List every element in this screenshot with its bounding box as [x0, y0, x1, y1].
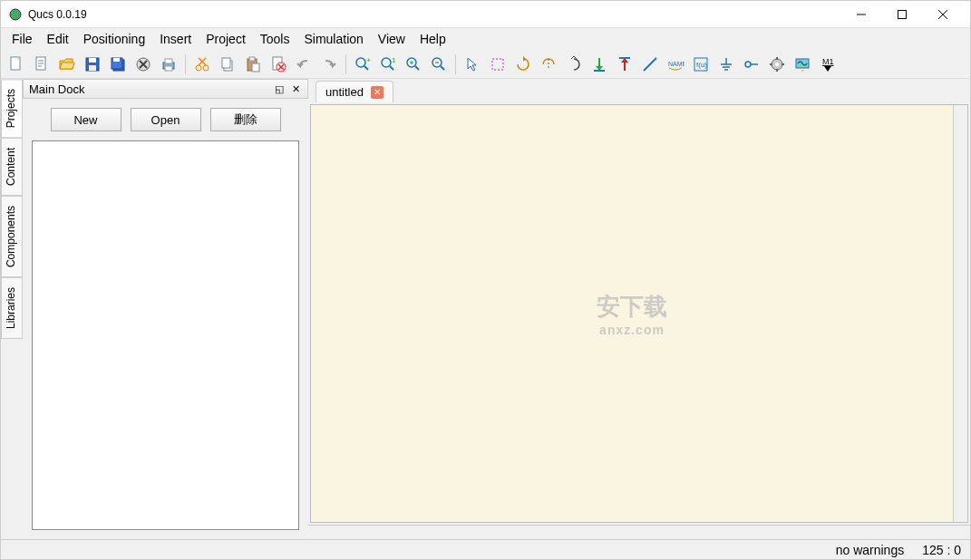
watermark: 安下载 anxz.com: [597, 291, 667, 337]
tab-close-icon[interactable]: ✕: [371, 86, 384, 99]
print-icon[interactable]: [157, 53, 180, 76]
svg-text:1: 1: [392, 56, 396, 64]
svg-text:+: +: [366, 56, 371, 64]
svg-line-54: [644, 58, 656, 71]
window-title: Qucs 0.0.19: [28, 8, 840, 21]
dock-close-icon[interactable]: ✕: [289, 82, 302, 95]
svg-point-35: [356, 58, 365, 67]
app-icon: [8, 7, 23, 22]
side-tab-strip: Projects Content Components Libraries: [1, 79, 23, 539]
menu-bar: File Edit Positioning Insert Project Too…: [1, 28, 970, 50]
vertical-scrollbar[interactable]: [953, 105, 967, 522]
delete-icon[interactable]: [131, 53, 155, 76]
cancel-file-icon[interactable]: [267, 53, 290, 76]
svg-point-65: [775, 63, 779, 66]
svg-rect-29: [249, 57, 255, 61]
settings-icon[interactable]: [765, 53, 789, 76]
schematic-canvas[interactable]: 安下载 anxz.com: [311, 105, 953, 522]
maximize-button[interactable]: [881, 2, 922, 27]
svg-point-62: [745, 62, 751, 67]
close-button[interactable]: [922, 2, 963, 27]
svg-rect-21: [165, 66, 172, 71]
svg-rect-30: [252, 63, 259, 72]
port-icon[interactable]: [740, 53, 763, 76]
new-project-button[interactable]: New: [51, 108, 121, 131]
svg-point-23: [203, 65, 209, 71]
save-icon[interactable]: [81, 53, 104, 76]
svg-rect-48: [492, 59, 503, 70]
rotate-icon[interactable]: [511, 53, 535, 76]
flip-v-icon[interactable]: [562, 53, 586, 76]
menu-positioning[interactable]: Positioning: [76, 30, 153, 48]
ground-icon[interactable]: [714, 53, 738, 76]
side-tab-content[interactable]: Content: [1, 138, 23, 196]
svg-line-46: [441, 66, 444, 70]
menu-insert[interactable]: Insert: [152, 30, 199, 48]
zoom-plus-icon[interactable]: [402, 53, 425, 76]
svg-text:f(u): f(u): [696, 61, 707, 69]
new-text-icon[interactable]: [30, 53, 53, 76]
pointer-icon[interactable]: [461, 53, 484, 76]
svg-rect-11: [89, 58, 96, 63]
select-rect-icon[interactable]: [486, 53, 510, 76]
copy-icon[interactable]: [216, 53, 239, 76]
move-up-icon[interactable]: [613, 53, 636, 76]
paste-icon[interactable]: [241, 53, 265, 76]
svg-text:M1: M1: [822, 57, 834, 66]
redo-icon[interactable]: [317, 53, 341, 76]
svg-rect-15: [113, 58, 120, 62]
toolbar: + 1 NAME f(u) M1: [1, 50, 970, 79]
side-tab-components[interactable]: Components: [1, 196, 23, 277]
svg-text:NAME: NAME: [668, 61, 685, 67]
svg-point-38: [382, 58, 391, 67]
name-label-icon[interactable]: NAME: [664, 53, 687, 76]
dock-header: Main Dock ◱ ✕: [23, 79, 308, 99]
menu-help[interactable]: Help: [413, 30, 453, 48]
svg-point-22: [196, 65, 201, 71]
open-icon[interactable]: [55, 53, 79, 76]
horizontal-scrollbar[interactable]: [308, 525, 970, 539]
menu-project[interactable]: Project: [199, 30, 253, 48]
svg-point-0: [10, 9, 21, 20]
project-list[interactable]: [32, 140, 299, 530]
move-down-icon[interactable]: [587, 53, 611, 76]
save-all-icon[interactable]: [106, 53, 130, 76]
status-coords: 125 : 0: [922, 543, 961, 557]
menu-edit[interactable]: Edit: [40, 30, 76, 48]
delete-project-button[interactable]: 删除: [210, 108, 281, 131]
svg-rect-20: [165, 59, 172, 63]
svg-line-39: [390, 66, 393, 70]
status-warnings: no warnings: [836, 543, 905, 557]
svg-rect-27: [222, 58, 230, 68]
zoom-minus-icon[interactable]: [427, 53, 451, 76]
status-bar: no warnings 125 : 0: [1, 539, 970, 559]
marker-icon[interactable]: M1: [816, 53, 840, 76]
zoom-in-icon[interactable]: +: [351, 53, 374, 76]
document-tab-label: untitled: [325, 85, 364, 99]
dock-float-icon[interactable]: ◱: [273, 82, 286, 95]
zoom-out-icon[interactable]: 1: [376, 53, 400, 76]
watermark-main: 安下载: [597, 291, 667, 323]
menu-simulation[interactable]: Simulation: [296, 30, 370, 48]
menu-file[interactable]: File: [5, 30, 40, 48]
minimize-button[interactable]: [840, 2, 881, 27]
dock-title: Main Dock: [29, 82, 84, 96]
undo-icon[interactable]: [292, 53, 316, 76]
document-tab[interactable]: untitled ✕: [316, 81, 393, 102]
equation-icon[interactable]: f(u): [689, 53, 713, 76]
flip-h-icon[interactable]: [537, 53, 560, 76]
main-dock: Main Dock ◱ ✕ New Open 删除: [23, 79, 308, 539]
simulate-icon[interactable]: [791, 53, 814, 76]
svg-line-36: [364, 66, 368, 70]
editor-area: untitled ✕ 安下载 anxz.com: [308, 79, 970, 539]
cut-icon[interactable]: [190, 53, 214, 76]
new-file-icon[interactable]: [5, 53, 28, 76]
open-project-button[interactable]: Open: [131, 108, 201, 131]
wire-icon[interactable]: [638, 53, 662, 76]
side-tab-projects[interactable]: Projects: [1, 79, 23, 138]
menu-view[interactable]: View: [371, 30, 413, 48]
side-tab-libraries[interactable]: Libraries: [1, 277, 23, 339]
title-bar: Qucs 0.0.19: [1, 1, 970, 28]
watermark-sub: anxz.com: [597, 323, 667, 337]
menu-tools[interactable]: Tools: [253, 30, 297, 48]
